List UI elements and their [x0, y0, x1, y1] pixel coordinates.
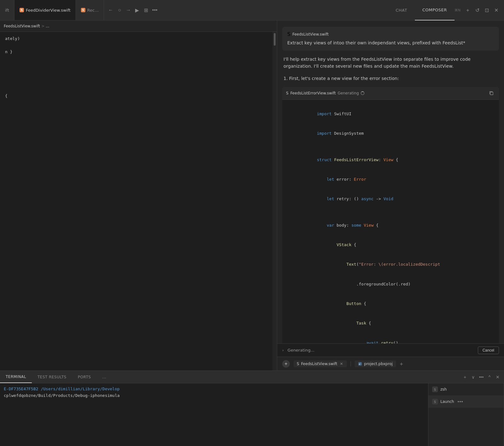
tab-composer-label: COMPOSER [422, 8, 447, 12]
breadcrumb-more: ... [46, 24, 49, 28]
ai-response: I'll help extract key views from the Fee… [282, 56, 499, 70]
cb-line-13: Task { [287, 314, 494, 333]
cb-line-2: import DesignSystem [287, 124, 494, 144]
bottom-panel: TERMINAL TEST RESULTS PORTS ... + ∨ ••• … [0, 370, 504, 446]
add-terminal-btn[interactable]: + [461, 373, 469, 381]
code-line-1: ately) [5, 36, 272, 42]
step-label: 1. First, let's create a new view for th… [282, 75, 499, 82]
cb-line-5: let error: Error [287, 170, 494, 189]
loading-dots [458, 401, 463, 402]
close-panel-btn[interactable]: ✕ [492, 6, 500, 14]
action-more-btn[interactable]: ••• [151, 6, 159, 14]
action-forward-btn[interactable]: → [124, 6, 132, 14]
cb-line-1: import SwiftUI [287, 104, 494, 124]
cb-line-11: .foregroundColor(.red) [287, 274, 494, 294]
terminal-more-btn[interactable]: ••• [478, 373, 485, 381]
new-chat-btn[interactable]: + [464, 6, 472, 14]
tab-more[interactable]: ... [97, 371, 112, 383]
terminal-line-1: E-DF735E47F5B2 /Users/dimillian/Library/… [4, 386, 424, 392]
plus-icon[interactable]: + [400, 361, 404, 366]
cb-line-10: Text("Error: \(error.localizedDescript [287, 255, 494, 274]
shell-launch-label: Launch [440, 399, 454, 404]
message-filename: FeedsListView.swift [292, 32, 329, 37]
step-label-text: 1. First, let's create a new view for th… [284, 76, 399, 81]
status-file-feedslist-close[interactable]: ✕ [339, 362, 344, 366]
tab-ports[interactable]: PORTS [72, 371, 97, 383]
shell-item-zsh[interactable]: $ zsh [428, 383, 504, 396]
action-layout-btn[interactable]: ⊞ [142, 6, 150, 14]
status-file-pbxproj: P project.pbxproj [355, 360, 396, 367]
status-file-feedslist: S FeedsListView.swift ✕ [294, 360, 347, 367]
code-block-filename: S FeedsListErrorView.swift Generating [286, 91, 364, 95]
cancel-button[interactable]: Cancel [478, 347, 499, 354]
terminal-up-btn[interactable]: ^ [486, 373, 493, 381]
chat-status-bar: + S FeedsListView.swift ✕ P project.pbxp… [277, 357, 504, 370]
cb-line-8: var body: some View { [287, 216, 494, 235]
add-context-btn[interactable]: + [282, 360, 290, 368]
chat-scroll[interactable]: S FeedsListView.swift Extract key views … [277, 20, 504, 343]
editor-content[interactable]: ately) n } { [0, 32, 277, 370]
tab-ift-label: ift [5, 8, 9, 13]
tab-rec[interactable]: S Rec… [76, 0, 104, 20]
tab-terminal-label: TERMINAL [6, 375, 26, 379]
generating-text: Generating... [288, 348, 475, 353]
pbxproj-icon: P [358, 362, 362, 366]
tab-spacer [161, 0, 388, 20]
expand-btn[interactable]: ⊡ [483, 6, 491, 14]
tab-chat-label: CHAT [396, 8, 407, 13]
message-header: S FeedsListView.swift [287, 31, 494, 37]
cb-line-9: VStack { [287, 235, 494, 255]
tab-bar: ift S FeedDividerView.swift S Rec… ← ○ →… [0, 0, 504, 20]
svg-text:P: P [359, 363, 360, 365]
chat-panel: S FeedsListView.swift Extract key views … [277, 20, 504, 370]
tab-chat[interactable]: CHAT [388, 0, 415, 20]
tab-ports-label: PORTS [78, 375, 91, 379]
action-circle-btn[interactable]: ○ [115, 6, 123, 14]
tab-feeddividerview[interactable]: S FeedDividerView.swift [14, 0, 76, 20]
code-block-filename-label: FeedsListErrorView.swift [290, 91, 336, 95]
tab-composer[interactable]: COMPOSER [415, 0, 455, 20]
tab-terminal[interactable]: TERMINAL [0, 371, 32, 383]
generating-bar: › Generating... Cancel [277, 343, 504, 357]
tab-test-results-label: TEST RESULTS [37, 375, 66, 379]
terminal-area: E-DF735E47F5B2 /Users/dimillian/Library/… [0, 383, 504, 446]
breadcrumb: FeedsListView.swift > ... [0, 20, 277, 32]
code-block-header: S FeedsListErrorView.swift Generating [282, 87, 499, 100]
code-line-4: { [5, 93, 272, 99]
ai-response-text: I'll help extract key views from the Fee… [284, 57, 471, 69]
swift-icon-feeddivider: S [20, 8, 24, 12]
terminal-dropdown-btn[interactable]: ∨ [469, 373, 477, 381]
code-block: S FeedsListErrorView.swift Generating [282, 87, 499, 343]
panel-tabs: CHAT COMPOSER ⌘N + ↺ ⊡ ✕ [388, 0, 504, 20]
editor-pane: FeedsListView.swift > ... ately) n } { [0, 20, 277, 370]
cb-line-7 [287, 209, 494, 216]
message-text: Extract key views of intoo their own ind… [287, 40, 494, 46]
terminal-close-btn[interactable]: ✕ [494, 373, 501, 381]
loading-dot-2 [460, 401, 461, 402]
action-run-btn[interactable]: ▶ [133, 6, 141, 14]
terminal-sidebar: $ zsh $ Launch [428, 383, 504, 446]
cb-line-12: Button { [287, 294, 494, 313]
cb-line-3 [287, 144, 494, 150]
bottom-tab-bar: TERMINAL TEST RESULTS PORTS ... + ∨ ••• … [0, 371, 504, 383]
terminal-main[interactable]: E-DF735E47F5B2 /Users/dimillian/Library/… [0, 383, 428, 446]
copy-button[interactable] [488, 89, 495, 97]
shell-item-launch[interactable]: $ Launch [428, 396, 504, 408]
bottom-tab-actions: + ∨ ••• ^ ✕ [461, 371, 504, 383]
history-btn[interactable]: ↺ [473, 6, 481, 14]
breadcrumb-file: FeedsListView.swift [4, 24, 40, 28]
generating-badge: Generating [338, 91, 364, 95]
swift-icon-message: S [287, 31, 290, 37]
shell-launch-icon: $ [432, 399, 438, 404]
loading-dot-1 [458, 401, 459, 402]
cb-line-14: await retry() [287, 333, 494, 343]
scroll-indicator[interactable] [272, 32, 277, 370]
tab-test-results[interactable]: TEST RESULTS [32, 371, 72, 383]
status-file-feedslist-label: FeedsListView.swift [301, 362, 337, 366]
action-back-btn[interactable]: ← [106, 6, 115, 14]
tab-feeddivider-label: FeedDividerView.swift [26, 8, 71, 13]
svg-rect-0 [490, 92, 493, 95]
tab-rec-label: Rec… [87, 8, 99, 13]
cb-line-4: struct FeedsListErrorView: View { [287, 150, 494, 170]
tab-ift[interactable]: ift [0, 0, 14, 20]
